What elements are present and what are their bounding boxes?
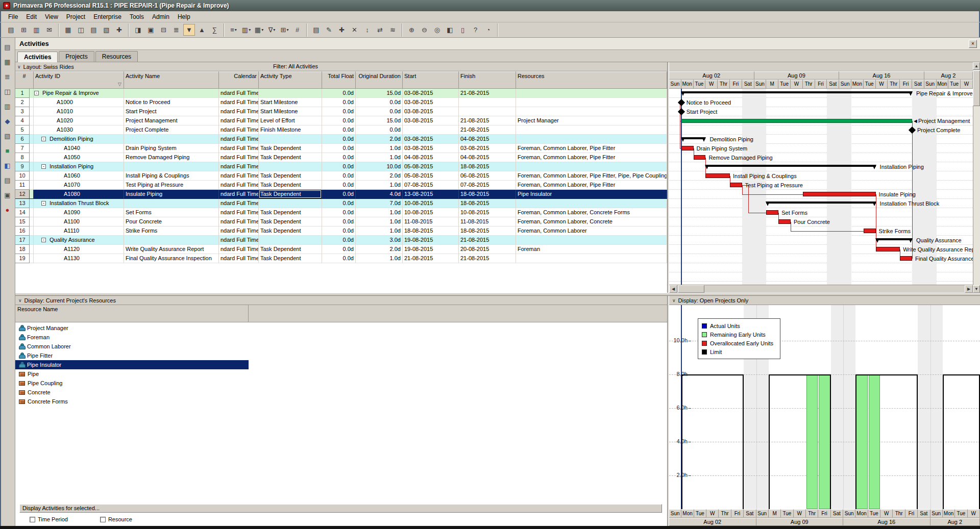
resources-cell[interactable]: Foreman, Common Laborer xyxy=(516,226,667,236)
summarize-button[interactable]: ∑ xyxy=(209,24,220,36)
activity-type-cell[interactable]: Level of Effort xyxy=(259,116,322,125)
tab-resources[interactable]: Resources xyxy=(95,51,138,62)
timescale-day-cell[interactable]: Fri xyxy=(815,80,827,89)
timescale-day-cell[interactable]: Sun xyxy=(754,80,767,89)
resource-list-item[interactable]: Project Manager xyxy=(15,323,667,333)
total-float-cell[interactable]: 0.0d xyxy=(322,135,356,144)
resource-list-item[interactable]: Pipe Fitter xyxy=(15,351,667,360)
display-chevron-icon[interactable]: ∨ xyxy=(18,298,22,303)
original-duration-cell[interactable]: 15.0d xyxy=(356,116,403,125)
assignments-shortcut-button[interactable]: ◫ xyxy=(2,86,13,96)
resources-cell[interactable] xyxy=(516,98,667,107)
timescale-day-cell[interactable]: Tue xyxy=(868,509,880,518)
start-date-cell[interactable]: 10-08-2015 xyxy=(403,199,459,208)
original-duration-cell[interactable]: 1.0d xyxy=(356,254,403,263)
resources-cell[interactable]: Foreman xyxy=(516,245,667,254)
activity-type-cell[interactable]: Task Dependent xyxy=(259,226,322,236)
start-date-cell[interactable]: 03-08-2015 xyxy=(403,107,459,116)
gantt-task-bar[interactable] xyxy=(876,247,900,251)
original-duration-cell[interactable]: 0.0d xyxy=(356,98,403,107)
display-chevron-icon[interactable]: ∨ xyxy=(672,298,676,303)
calendar-cell[interactable]: ndard Full Time xyxy=(219,153,259,162)
table-row[interactable]: 17-Quality Assurancendard Full Time0.0d3… xyxy=(15,236,667,245)
thresholds-shortcut-button[interactable]: ▣ xyxy=(2,190,13,200)
collapse-expander-icon[interactable]: - xyxy=(34,91,39,95)
timescale-day-cell[interactable]: Sun xyxy=(843,509,855,518)
total-float-cell[interactable]: 0.0d xyxy=(322,181,356,190)
column-header-activity-id[interactable]: Activity ID▽ xyxy=(34,71,124,88)
table-row[interactable]: 16A1110Strike Formsndard Full TimeTask D… xyxy=(15,226,667,236)
start-date-cell[interactable]: 18-08-2015 xyxy=(403,226,459,236)
gantt-vertical-scrollbar[interactable]: ▲ ▼ xyxy=(973,62,980,293)
activity-name-cell[interactable]: Test Piping at Pressure xyxy=(124,181,219,190)
activity-id-cell[interactable]: -Pipe Repair & Improve xyxy=(34,89,124,98)
activity-type-cell[interactable] xyxy=(259,135,322,144)
table-row[interactable]: 4A1020Project Managementndard Full TimeL… xyxy=(15,116,667,125)
timescale-day-cell[interactable]: Fri xyxy=(730,80,742,89)
timescale-day-cell[interactable]: Tue xyxy=(781,509,793,518)
activity-name-cell[interactable]: Project Management xyxy=(124,116,219,125)
resource-name-column-header[interactable]: Resource Name xyxy=(15,305,249,322)
activity-type-cell[interactable] xyxy=(259,89,322,98)
resources-cell[interactable]: Foreman, Common Laborer, Concrete Forms xyxy=(516,208,667,217)
resource-list-item[interactable]: Foreman xyxy=(15,333,667,342)
finish-date-cell[interactable]: 21-08-2015 xyxy=(459,254,516,263)
collapse-all-button[interactable]: ▼ xyxy=(183,24,195,36)
column-header--[interactable]: # xyxy=(15,71,34,88)
start-date-cell[interactable]: 03-08-2015 xyxy=(403,116,459,125)
gantt-task-bar[interactable] xyxy=(766,210,778,215)
finish-date-cell[interactable] xyxy=(459,107,516,116)
close-panel-button[interactable]: × xyxy=(969,40,977,48)
timescale-day-cell[interactable]: Thr xyxy=(719,509,731,518)
total-float-cell[interactable]: 0.0d xyxy=(322,89,356,98)
print-preview-button[interactable]: ⊞ xyxy=(18,24,30,36)
group-sort-menu-button[interactable]: ⊞▾ xyxy=(279,24,290,36)
activity-id-cell[interactable]: A1100 xyxy=(34,217,124,226)
bars-menu-button[interactable]: ▦▾ xyxy=(253,24,265,36)
activity-name-cell[interactable] xyxy=(124,135,219,144)
start-date-cell[interactable]: 05-08-2015 xyxy=(403,162,459,171)
activity-id-cell[interactable]: A1090 xyxy=(34,208,124,217)
page-setup-button[interactable]: ▥ xyxy=(31,24,42,36)
table-row[interactable]: 2A1000Notice to Proceedndard Full TimeSt… xyxy=(15,98,667,107)
row-number-cell[interactable]: 3 xyxy=(15,107,30,116)
total-float-cell[interactable]: 0.0d xyxy=(322,254,356,263)
calendar-cell[interactable]: ndard Full Time xyxy=(219,171,259,181)
original-duration-cell[interactable]: 0.0d xyxy=(356,107,403,116)
activity-id-cell[interactable]: -Installation Piping xyxy=(34,162,124,171)
timescale-day-cell[interactable]: Sun xyxy=(930,509,943,518)
row-number-cell[interactable]: 13 xyxy=(15,199,30,208)
start-date-cell[interactable]: 03-08-2015 xyxy=(403,89,459,98)
gantt-summary-bar[interactable] xyxy=(681,91,912,93)
start-date-cell[interactable]: 03-08-2015 xyxy=(403,144,459,153)
finish-date-cell[interactable]: 04-08-2015 xyxy=(459,135,516,144)
column-header-finish[interactable]: Finish xyxy=(459,71,516,88)
projects-shortcut-button[interactable]: ▤ xyxy=(2,42,13,52)
calendar-cell[interactable]: ndard Full Time xyxy=(219,236,259,245)
activity-details-button[interactable]: ▤ xyxy=(310,24,322,36)
activity-name-cell[interactable]: Notice to Proceed xyxy=(124,98,219,107)
resource-list-item[interactable]: Common Laborer xyxy=(15,342,667,351)
table-row[interactable]: 1-Pipe Repair & Improvendard Full Time0.… xyxy=(15,89,667,98)
timescale-day-cell[interactable]: Sun xyxy=(669,509,681,518)
expenses-shortcut-button[interactable]: ▤ xyxy=(2,175,13,185)
activity-name-cell[interactable]: Pour Concrete xyxy=(124,217,219,226)
timescale-day-cell[interactable]: Sat xyxy=(912,80,924,89)
finish-date-cell[interactable]: 11-08-2015 xyxy=(459,217,516,226)
relationships-button[interactable]: ⇄ xyxy=(374,24,386,36)
table-row[interactable]: 8A1050Remove Damaged Pipingndard Full Ti… xyxy=(15,153,667,162)
resources-cell[interactable]: Foreman, Common Laborer, Pipe Fitter xyxy=(516,181,667,190)
activity-name-cell[interactable]: Write Quality Assurance Report xyxy=(124,245,219,254)
activity-id-cell[interactable]: -Quality Assurance xyxy=(34,236,124,245)
timescale-day-cell[interactable]: Mon xyxy=(937,80,949,89)
timescale-day-cell[interactable]: Sat xyxy=(742,80,754,89)
original-duration-cell[interactable]: 10.0d xyxy=(356,162,403,171)
calendar-cell[interactable]: ndard Full Time xyxy=(219,254,259,263)
timescale-day-cell[interactable]: M xyxy=(766,80,778,89)
collapse-expander-icon[interactable]: - xyxy=(41,164,46,169)
resources-cell[interactable]: Project Manager xyxy=(516,116,667,125)
calendar-cell[interactable]: ndard Full Time xyxy=(219,190,259,199)
menu-help[interactable]: Help xyxy=(174,12,194,21)
gantt-task-bar[interactable] xyxy=(864,229,876,233)
line-numbers-button[interactable]: # xyxy=(291,24,303,36)
